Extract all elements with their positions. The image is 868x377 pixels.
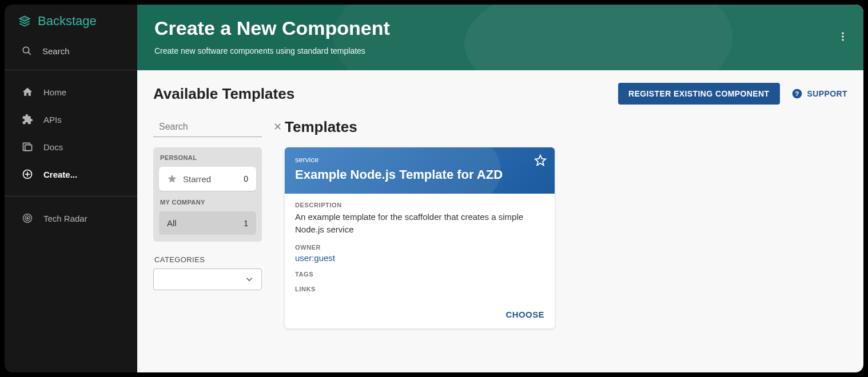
sidebar-item-docs[interactable]: Docs (5, 133, 137, 161)
tags-label: TAGS (295, 271, 544, 278)
svg-text:?: ? (795, 90, 799, 97)
register-existing-button[interactable]: REGISTER EXISTING COMPONENT (618, 83, 780, 105)
search-icon (22, 46, 32, 56)
star-outline-icon (534, 154, 547, 167)
sidebar-item-apis[interactable]: APIs (5, 106, 137, 133)
starred-count: 0 (244, 174, 248, 183)
content-heading: Available Templates (153, 85, 294, 103)
starred-label: Starred (183, 174, 211, 184)
sidebar-item-label: APIs (43, 115, 62, 125)
page-title: Create a New Component (154, 17, 846, 39)
hero-banner: Create a New Component Create new softwa… (137, 5, 863, 70)
svg-point-10 (842, 32, 843, 34)
brand[interactable]: Backstage (5, 5, 137, 40)
support-label: SUPPORT (807, 89, 847, 98)
backstage-logo-icon (17, 14, 32, 29)
sidebar-item-label: Home (43, 87, 66, 97)
main: Create a New Component Create new softwa… (137, 5, 863, 372)
extension-icon (22, 114, 33, 125)
owner-link[interactable]: user:guest (295, 253, 335, 263)
templates-heading: Templates (285, 118, 847, 136)
sidebar-item-label: Docs (43, 142, 63, 152)
filter-panel: PERSONAL Starred 0 MY COMPANY All (153, 147, 262, 242)
sidebar-item-label: Tech Radar (43, 214, 87, 223)
body-row: ✕ PERSONAL Starred 0 MY COMPANY (153, 118, 847, 328)
nav-group-main: Home APIs Docs Create... (5, 70, 137, 196)
filter-column: ✕ PERSONAL Starred 0 MY COMPANY (153, 118, 262, 290)
sidebar-item-tech-radar[interactable]: Tech Radar (5, 204, 137, 232)
star-icon (167, 174, 177, 184)
target-icon (22, 212, 33, 224)
sidebar-item-label: Create... (43, 170, 77, 179)
choose-button[interactable]: CHOOSE (506, 310, 544, 319)
template-card: service Example Node.js Template for AZD… (285, 147, 555, 328)
svg-point-12 (842, 39, 843, 41)
more-vert-icon (837, 31, 849, 42)
filter-search-field[interactable]: ✕ (153, 118, 262, 137)
card-type: service (295, 155, 544, 164)
links-label: LINKS (295, 286, 544, 292)
svg-point-0 (23, 47, 29, 53)
card-header: service Example Node.js Template for AZD (285, 147, 555, 194)
card-title: Example Node.js Template for AZD (295, 167, 544, 182)
sidebar-search[interactable]: Search (5, 40, 137, 70)
clear-search-icon[interactable]: ✕ (273, 121, 282, 133)
help-icon: ? (791, 88, 803, 99)
add-circle-icon (22, 169, 33, 180)
filter-all[interactable]: All 1 (159, 211, 256, 235)
sidebar-search-label: Search (42, 46, 70, 56)
categories-select[interactable] (153, 268, 262, 290)
support-link[interactable]: ? SUPPORT (791, 88, 847, 99)
sidebar-item-home[interactable]: Home (5, 78, 137, 106)
card-footer: CHOOSE (285, 306, 555, 328)
categories-label: CATEGORIES (154, 255, 262, 264)
content-header: Available Templates REGISTER EXISTING CO… (153, 83, 847, 105)
all-count: 1 (244, 219, 248, 228)
hero-menu-button[interactable] (837, 31, 849, 45)
chevron-down-icon (244, 274, 254, 284)
svg-line-1 (28, 52, 31, 55)
page-subtitle: Create new software components using sta… (154, 46, 846, 55)
content: Available Templates REGISTER EXISTING CO… (137, 70, 863, 372)
filter-starred[interactable]: Starred 0 (159, 167, 256, 191)
sidebar-item-create[interactable]: Create... (5, 161, 137, 188)
all-label: All (167, 218, 177, 228)
svg-rect-3 (25, 145, 32, 151)
home-icon (22, 86, 33, 98)
sidebar: Backstage Search Home APIs Docs Create..… (5, 5, 137, 372)
owner-label: OWNER (295, 244, 544, 251)
svg-point-9 (27, 218, 29, 219)
header-actions: REGISTER EXISTING COMPONENT ? SUPPORT (618, 83, 847, 105)
library-icon (22, 141, 33, 153)
nav-group-secondary: Tech Radar (5, 196, 137, 240)
personal-section-label: PERSONAL (159, 154, 256, 161)
filter-search-input[interactable] (159, 122, 273, 132)
brand-name: Backstage (38, 14, 97, 29)
card-star-button[interactable] (534, 154, 547, 169)
templates-column: Templates service Example Node.js Templa… (285, 118, 847, 328)
card-body: DESCRIPTION An example template for the … (285, 194, 555, 306)
description-label: DESCRIPTION (295, 202, 544, 208)
svg-point-11 (842, 35, 843, 37)
company-section-label: MY COMPANY (159, 199, 256, 206)
description-value: An example template for the scaffolder t… (295, 211, 544, 236)
